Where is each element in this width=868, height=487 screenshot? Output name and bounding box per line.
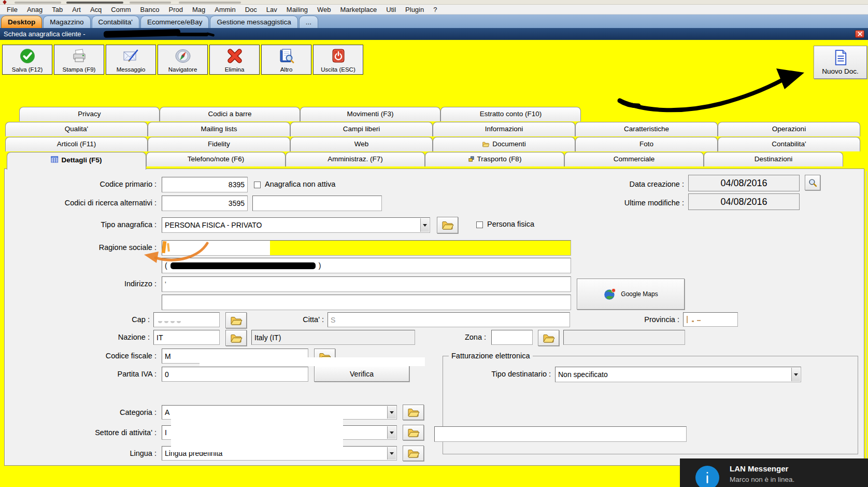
menu-mailing[interactable]: Mailing (282, 6, 312, 13)
tab-foto[interactable]: Foto (575, 137, 718, 151)
tipo-anagrafica-folder-button[interactable] (437, 217, 458, 233)
menu-marketplace[interactable]: Marketplace (335, 6, 381, 13)
tab-mailing-lists[interactable]: Mailing lists (148, 122, 290, 136)
highlighted-empty-area (270, 241, 571, 255)
settore-folder-button[interactable] (403, 425, 424, 440)
cap-field[interactable] (153, 312, 220, 327)
codice-primario-field[interactable]: 8395 (162, 177, 248, 192)
navigator-button[interactable]: Navigatore (158, 45, 208, 75)
caret-down-icon[interactable] (387, 426, 396, 439)
tab-destinazioni[interactable]: Destinazioni (704, 152, 843, 166)
caret-down-icon[interactable] (387, 447, 396, 460)
tipo-destinatario-dropdown[interactable]: Non specificato (555, 367, 801, 382)
codici-ricerca-field[interactable]: 3595 (162, 196, 248, 211)
tab-articoli[interactable]: Articoli (F11) (5, 137, 148, 151)
zona-field[interactable] (491, 330, 533, 345)
menu-help[interactable]: ? (429, 6, 442, 13)
tab-caratteristiche[interactable]: Caratteristiche (575, 122, 718, 136)
date-lookup-button[interactable] (805, 175, 820, 190)
provincia-field[interactable] (683, 312, 738, 327)
tab-contabilita-form[interactable]: Contabilita' (718, 137, 860, 151)
tab-commerciale[interactable]: Commerciale (564, 152, 704, 166)
tab-privacy[interactable]: Privacy (19, 107, 160, 121)
ultime-modifiche-label: Ultime modifiche : (570, 199, 684, 207)
new-document-button[interactable]: Nuovo Doc. (814, 46, 867, 79)
codice-fiscale-label: Codice fiscale : (0, 352, 156, 360)
menu-comm[interactable]: Comm (106, 6, 135, 13)
menu-file[interactable]: File (2, 6, 22, 13)
tab-codici-a-barre[interactable]: Codici a barre (160, 107, 300, 121)
verifica-button[interactable]: Verifica (314, 366, 409, 382)
tab-movimenti[interactable]: Movimenti (F3) (300, 107, 440, 121)
partita-iva-field[interactable]: 0 (162, 367, 308, 382)
menu-plugin[interactable]: Plugin (401, 6, 429, 13)
tab-documenti[interactable]: Documenti (433, 137, 575, 151)
lan-messenger-toast[interactable]: LAN Messenger Marco non è in linea. (680, 458, 868, 487)
persona-fisica-checkbox[interactable] (476, 221, 483, 228)
mdi-tab-more[interactable]: ... (299, 16, 318, 28)
citta-field[interactable]: S (328, 312, 570, 327)
menu-prod[interactable]: Prod (164, 6, 187, 13)
tab-telefono-note[interactable]: Telefono/note (F6) (146, 152, 286, 166)
mdi-tab-ecommerce[interactable]: Ecommerce/eBay (140, 16, 209, 28)
menu-doc[interactable]: Doc (240, 6, 262, 13)
zona-folder-button[interactable] (538, 330, 559, 346)
tab-qualita[interactable]: Qualita' (5, 122, 148, 136)
menu-util[interactable]: Util (381, 6, 401, 13)
codici-ricerca-field-2[interactable] (252, 196, 382, 211)
nazione-field[interactable]: IT (153, 330, 220, 345)
lingua-folder-button[interactable] (403, 446, 424, 461)
green-check-icon (19, 45, 36, 66)
nazione-folder-button[interactable] (225, 330, 247, 346)
menu-art[interactable]: Art (67, 6, 86, 13)
tab-amministraz[interactable]: Amministraz. (F7) (286, 152, 425, 166)
indirizzo-field-2[interactable] (162, 295, 571, 310)
caret-down-icon[interactable] (420, 218, 429, 232)
ragione-sociale-field[interactable] (162, 240, 571, 256)
google-maps-button[interactable]: Google Maps (577, 279, 685, 310)
menu-acq[interactable]: Acq (86, 6, 106, 13)
menu-ammin[interactable]: Ammin (210, 6, 240, 13)
print-button[interactable]: Stampa (F9) (54, 45, 104, 75)
menu-banco[interactable]: Banco (136, 6, 164, 13)
redacted-cap-value (158, 321, 162, 323)
message-button[interactable]: Messaggio (106, 45, 156, 75)
delete-button[interactable]: Elimina (209, 45, 260, 75)
tab-informazioni[interactable]: Informazioni (433, 122, 575, 136)
tipo-anagrafica-dropdown[interactable]: PERSONA FISICA - PRIVATO (162, 217, 430, 233)
redaction-whiteout (162, 241, 270, 255)
tab-dettagli[interactable]: Dettagli (F5) (7, 152, 146, 170)
menu-anag[interactable]: Anag (22, 6, 47, 13)
caret-down-icon[interactable] (387, 406, 396, 419)
toolbar-button-label: Uscita (ESC) (321, 66, 355, 73)
mdi-tab-desktop[interactable]: Desktop (1, 16, 42, 28)
titlebar-text-smudge (130, 2, 171, 4)
menu-tab[interactable]: Tab (47, 6, 67, 13)
save-button[interactable]: Salva (F12) (2, 45, 52, 75)
menu-bar: File Anag Tab Art Acq Comm Banco Prod Ma… (0, 5, 868, 15)
mdi-tab-messaggistica[interactable]: Gestione messaggistica (210, 16, 297, 28)
tab-operazioni[interactable]: Operazioni (718, 122, 860, 136)
anagrafica-non-attiva-checkbox[interactable] (254, 182, 261, 188)
categoria-folder-button[interactable] (403, 405, 424, 420)
other-button[interactable]: Altro (261, 45, 311, 75)
ragione-sociale-field-2[interactable]: ( ) (162, 258, 571, 273)
tab-web[interactable]: Web (290, 137, 433, 151)
tab-estratto-conto[interactable]: Estratto conto (F10) (440, 107, 581, 121)
folder-icon (407, 448, 420, 458)
tab-campi-liberi[interactable]: Campi liberi (290, 122, 433, 136)
exit-button[interactable]: Uscita (ESC) (313, 45, 363, 75)
caret-down-icon[interactable] (791, 368, 800, 381)
mdi-tab-magazzino[interactable]: Magazzino (43, 16, 90, 28)
close-button[interactable] (855, 30, 864, 38)
menu-mag[interactable]: Mag (188, 6, 210, 13)
tab-fidelity[interactable]: Fidelity (148, 137, 290, 151)
settore-description-field[interactable] (434, 426, 687, 442)
menu-lav[interactable]: Lav (262, 6, 282, 13)
indirizzo-field[interactable]: ' (162, 276, 571, 292)
mdi-tab-contabilita[interactable]: Contabilita' (92, 16, 139, 28)
tipo-anagrafica-label: Tipo anagrafica : (0, 220, 156, 229)
tab-trasporto[interactable]: Trasporto (F8) (425, 152, 564, 166)
globe-icon (603, 287, 617, 301)
menu-web[interactable]: Web (312, 6, 336, 13)
